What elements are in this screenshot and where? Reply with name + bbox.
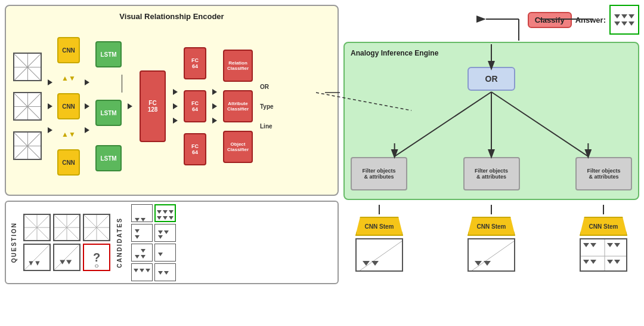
q-img-2 bbox=[53, 214, 80, 241]
svg-line-52 bbox=[357, 239, 403, 272]
stem-img-svg-3 bbox=[581, 239, 627, 272]
cnn-stem-group-3: CNN Stem bbox=[574, 205, 633, 272]
cnn-stem-img-2 bbox=[467, 238, 515, 272]
q-svg-3 bbox=[84, 215, 109, 240]
svg-line-15 bbox=[54, 245, 79, 270]
input-images bbox=[13, 53, 42, 160]
arrow-fc128-fc64-1 bbox=[173, 89, 178, 95]
svg-marker-66 bbox=[607, 260, 613, 264]
arrow-fc128-fc64-2 bbox=[173, 103, 178, 109]
arrow-fc128-fc64-3 bbox=[173, 118, 178, 124]
lstm-to-fc-arrow bbox=[128, 103, 132, 109]
svg-marker-26 bbox=[135, 229, 140, 233]
cnn-stem-group-1: CNN Stem bbox=[349, 205, 409, 272]
svg-marker-42 bbox=[628, 14, 634, 19]
q-img-5 bbox=[53, 244, 80, 271]
q-svg-2 bbox=[54, 215, 79, 240]
arrow-2 bbox=[48, 103, 52, 109]
svg-marker-38 bbox=[158, 271, 163, 275]
svg-marker-18 bbox=[135, 218, 140, 222]
fc64-block-3: FC 64 bbox=[184, 133, 206, 165]
encoder-box: Visual Relationship Encoder bbox=[5, 5, 339, 196]
arrow-fc64-cls-3 bbox=[212, 118, 217, 124]
cand-svg-8 bbox=[155, 264, 176, 281]
cnn-stem-2: CNN Stem bbox=[467, 217, 515, 236]
svg-marker-54 bbox=[371, 261, 379, 266]
fc64-to-classifier-arrows bbox=[212, 89, 217, 124]
cand-svg-6 bbox=[155, 244, 176, 262]
cand-svg-5 bbox=[132, 244, 153, 262]
cand-svg-7 bbox=[132, 264, 153, 281]
cand-4 bbox=[154, 224, 176, 242]
main-container: Visual Relationship Encoder bbox=[0, 0, 644, 326]
q-svg-5 bbox=[54, 245, 79, 270]
answer-svg bbox=[613, 8, 643, 38]
cnn-stem-group-2: CNN Stem bbox=[462, 205, 521, 272]
svg-marker-29 bbox=[164, 230, 169, 234]
cnn-arrows-2: ▲▼ bbox=[61, 130, 76, 139]
lstm-column: LSTM LSTM LSTM bbox=[95, 41, 122, 171]
input-image-3 bbox=[13, 131, 42, 160]
attribute-classifier: Attribute Classifier bbox=[223, 90, 253, 122]
svg-marker-22 bbox=[169, 210, 174, 214]
svg-marker-37 bbox=[145, 269, 150, 272]
left-panel: Visual Relationship Encoder bbox=[5, 5, 339, 321]
answer-label: Answer: bbox=[575, 16, 606, 24]
fc128-block: FC 128 bbox=[140, 70, 166, 142]
input-image-1 bbox=[13, 53, 42, 81]
question-grid: ? O bbox=[23, 214, 110, 271]
q-zero-label: O bbox=[95, 263, 98, 269]
svg-marker-53 bbox=[363, 261, 370, 266]
cnn-arrows-1: ▲▼ bbox=[61, 74, 76, 82]
arrow-fc64-cls-1 bbox=[212, 89, 217, 95]
svg-marker-27 bbox=[135, 235, 140, 239]
svg-line-12 bbox=[24, 245, 49, 270]
arrow-fc64-cls-2 bbox=[212, 103, 217, 109]
cand-3 bbox=[131, 224, 153, 242]
svg-marker-64 bbox=[583, 260, 589, 264]
cnn-stems-row: CNN Stem CNN Stem bbox=[343, 205, 639, 272]
cnn-block-2: CNN bbox=[57, 93, 80, 119]
svg-marker-20 bbox=[157, 210, 162, 214]
cand-svg-1 bbox=[132, 205, 153, 222]
svg-marker-31 bbox=[141, 249, 145, 253]
q-img-3 bbox=[83, 214, 110, 241]
img-x-1 bbox=[14, 54, 41, 80]
cand-6 bbox=[154, 244, 176, 262]
right-panel: Classify Answer: Analogy Inference Engin… bbox=[343, 5, 639, 321]
svg-marker-28 bbox=[158, 230, 163, 234]
svg-marker-61 bbox=[590, 243, 596, 247]
encoder-title: Visual Relationship Encoder bbox=[13, 12, 330, 21]
filter-block-1: Filter objects & attributes bbox=[351, 157, 407, 190]
inference-title: Analogy Inference Engine bbox=[351, 49, 632, 57]
question-label: QUESTION bbox=[11, 222, 17, 263]
stem-img-svg-2 bbox=[469, 239, 515, 272]
svg-marker-36 bbox=[140, 269, 144, 272]
svg-line-55 bbox=[469, 239, 515, 272]
cnn-block-1: CNN bbox=[57, 37, 80, 63]
cand-5 bbox=[131, 244, 153, 262]
q-svg-4 bbox=[24, 245, 49, 270]
cand-1 bbox=[131, 204, 153, 222]
lstm-block-2: LSTM bbox=[95, 100, 122, 126]
svg-marker-25 bbox=[169, 216, 174, 220]
cand-svg-3 bbox=[132, 224, 153, 242]
svg-marker-57 bbox=[484, 261, 491, 266]
svg-marker-45 bbox=[628, 21, 634, 26]
fc64-block-1: FC 64 bbox=[184, 47, 206, 79]
lstm-line bbox=[122, 75, 122, 93]
output-label-line: Line bbox=[260, 123, 274, 130]
filter-block-2: Filter objects & attributes bbox=[463, 157, 520, 190]
output-label-type: Type bbox=[260, 103, 274, 110]
candidates-label: CANDIDATES bbox=[116, 217, 123, 268]
img-to-cnn-arrows bbox=[48, 79, 52, 133]
answer-box: Classify Answer: bbox=[528, 5, 639, 35]
classify-button[interactable]: Classify bbox=[528, 12, 572, 28]
svg-marker-14 bbox=[35, 261, 39, 265]
svg-line-50 bbox=[491, 92, 588, 156]
svg-marker-32 bbox=[135, 255, 140, 259]
svg-marker-43 bbox=[614, 21, 620, 26]
svg-line-47 bbox=[395, 92, 491, 156]
img-x-3 bbox=[14, 133, 41, 159]
stem-img-svg-1 bbox=[357, 239, 403, 272]
